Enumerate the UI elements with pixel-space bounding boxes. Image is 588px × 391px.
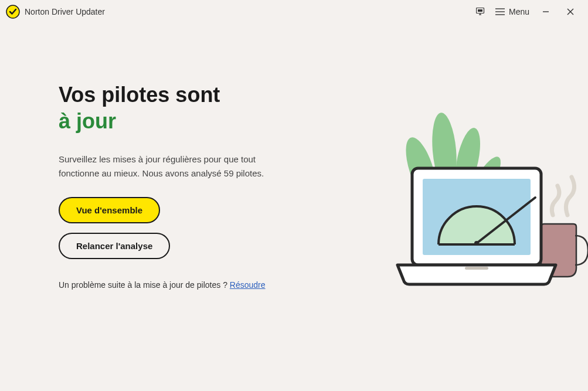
resolve-link[interactable]: Résoudre (230, 280, 266, 290)
problem-line: Un problème suite à la mise à jour de pi… (59, 280, 293, 290)
display-settings-icon[interactable] (476, 8, 487, 16)
headline-line1: Vos pilotes sont (59, 82, 293, 107)
menu-button[interactable]: Menu (495, 7, 529, 16)
subtext: Surveillez les mises à jour régulières p… (59, 152, 293, 181)
overview-button[interactable]: Vue d'ensemble (59, 197, 160, 223)
mug-icon (541, 177, 588, 277)
titlebar-right: Menu (476, 4, 579, 20)
laptop-illustration (307, 110, 588, 309)
hamburger-icon (495, 8, 505, 16)
svg-point-20 (474, 241, 479, 246)
menu-label: Menu (509, 7, 529, 16)
problem-text: Un problème suite à la mise à jour de pi… (59, 280, 230, 290)
minimize-icon (542, 8, 550, 16)
rescan-button[interactable]: Relancer l'analyse (59, 233, 170, 259)
laptop-icon (397, 168, 556, 284)
svg-rect-2 (478, 9, 482, 12)
titlebar: Norton Driver Updater Menu (0, 0, 588, 23)
button-group: Vue d'ensemble Relancer l'analyse (59, 197, 293, 259)
norton-logo-icon (6, 5, 20, 19)
close-button[interactable] (562, 4, 579, 20)
minimize-button[interactable] (538, 4, 554, 20)
svg-rect-21 (465, 267, 488, 270)
headline-line2: à jour (59, 108, 293, 134)
app-title: Norton Driver Updater (25, 7, 105, 16)
close-icon (566, 8, 575, 16)
left-column: Vos pilotes sont à jour Surveillez les m… (59, 82, 293, 290)
titlebar-left: Norton Driver Updater (6, 5, 105, 19)
